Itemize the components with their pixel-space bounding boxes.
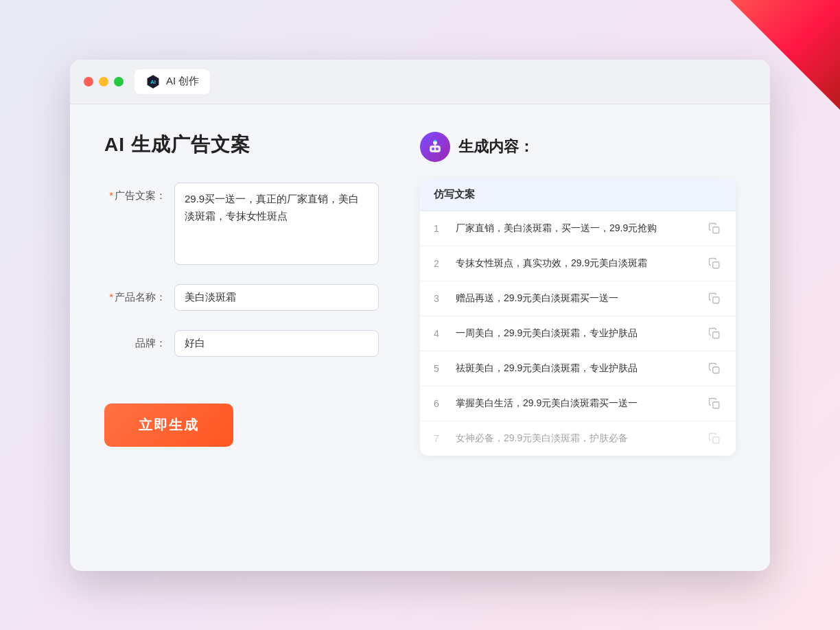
table-row: 5 祛斑美白，29.9元美白淡斑霜，专业护肤品 xyxy=(420,351,736,386)
table-row: 6 掌握美白生活，29.9元美白淡斑霜买一送一 xyxy=(420,386,736,421)
page-title: AI 生成广告文案 xyxy=(104,132,379,158)
content-area: AI 生成广告文案 *广告文案： 29.9买一送一，真正的厂家直销，美白淡斑霜，… xyxy=(70,104,770,571)
ad-copy-group: *广告文案： 29.9买一送一，真正的厂家直销，美白淡斑霜，专抹女性斑点 xyxy=(104,183,379,265)
copy-icon-5[interactable] xyxy=(707,361,722,376)
table-row: 1 厂家直销，美白淡斑霜，买一送一，29.9元抢购 xyxy=(420,211,736,246)
result-title: 生成内容： xyxy=(458,137,534,157)
required-star-1: * xyxy=(109,189,113,201)
table-header: 仿写文案 xyxy=(420,178,736,211)
row-num: 4 xyxy=(434,328,447,339)
row-text: 赠品再送，29.9元美白淡斑霜买一送一 xyxy=(456,291,699,305)
copy-icon-2[interactable] xyxy=(707,256,722,271)
row-text: 祛斑美白，29.9元美白淡斑霜，专业护肤品 xyxy=(456,361,699,375)
svg-point-7 xyxy=(434,139,436,141)
result-header: 生成内容： xyxy=(420,132,736,162)
table-row: 7 女神必备，29.9元美白淡斑霜，护肤必备 xyxy=(420,421,736,456)
tab-label: AI 创作 xyxy=(166,75,199,88)
product-name-group: *产品名称： xyxy=(104,284,379,311)
copy-icon-1[interactable] xyxy=(707,221,722,236)
row-text: 掌握美白生活，29.9元美白淡斑霜买一送一 xyxy=(456,396,699,410)
copy-icon-6[interactable] xyxy=(707,396,722,411)
minimize-button[interactable] xyxy=(99,77,108,86)
right-panel: 生成内容： 仿写文案 1 厂家直销，美白淡斑霜，买一送一，29.9元抢购 2 专… xyxy=(420,132,736,537)
table-row: 3 赠品再送，29.9元美白淡斑霜买一送一 xyxy=(420,281,736,316)
product-name-label: *产品名称： xyxy=(104,284,166,304)
row-num: 6 xyxy=(434,398,447,409)
ai-tab[interactable]: AI AI 创作 xyxy=(135,69,210,94)
row-text: 厂家直销，美白淡斑霜，买一送一，29.9元抢购 xyxy=(456,221,699,235)
row-num: 2 xyxy=(434,258,447,269)
row-num: 3 xyxy=(434,293,447,304)
row-text: 专抹女性斑点，真实功效，29.9元美白淡斑霜 xyxy=(456,256,699,270)
product-name-input[interactable] xyxy=(174,284,379,311)
svg-point-5 xyxy=(436,148,439,150)
result-table: 仿写文案 1 厂家直销，美白淡斑霜，买一送一，29.9元抢购 2 专抹女性斑点，… xyxy=(420,178,736,456)
copy-icon-3[interactable] xyxy=(707,291,722,306)
brand-input[interactable] xyxy=(174,330,379,357)
svg-rect-14 xyxy=(713,436,719,443)
robot-icon xyxy=(426,138,444,156)
svg-rect-8 xyxy=(713,226,719,233)
required-star-2: * xyxy=(109,291,113,303)
svg-rect-12 xyxy=(713,366,719,373)
table-row: 4 一周美白，29.9元美白淡斑霜，专业护肤品 xyxy=(420,316,736,351)
svg-text:AI: AI xyxy=(150,79,156,85)
svg-rect-9 xyxy=(713,261,719,268)
ai-tab-icon: AI xyxy=(145,74,161,89)
robot-icon-wrap xyxy=(420,132,450,162)
svg-rect-3 xyxy=(430,145,441,152)
svg-rect-10 xyxy=(713,296,719,303)
close-button[interactable] xyxy=(84,77,93,86)
svg-rect-13 xyxy=(713,401,719,408)
left-panel: AI 生成广告文案 *广告文案： 29.9买一送一，真正的厂家直销，美白淡斑霜，… xyxy=(104,132,379,537)
maximize-button[interactable] xyxy=(114,77,124,86)
table-row: 2 专抹女性斑点，真实功效，29.9元美白淡斑霜 xyxy=(420,246,736,281)
brand-group: 品牌： xyxy=(104,330,379,357)
generate-button[interactable]: 立即生成 xyxy=(104,404,233,447)
browser-window: AI AI 创作 AI 生成广告文案 *广告文案： 29.9买一送一，真正的厂家… xyxy=(70,60,770,571)
row-text: 女神必备，29.9元美白淡斑霜，护肤必备 xyxy=(456,431,699,445)
row-num: 7 xyxy=(434,433,447,444)
brand-label: 品牌： xyxy=(104,330,166,350)
traffic-lights xyxy=(84,77,124,86)
copy-icon-4[interactable] xyxy=(707,326,722,341)
svg-point-4 xyxy=(432,148,434,150)
title-bar: AI AI 创作 xyxy=(70,60,770,104)
row-text: 一周美白，29.9元美白淡斑霜，专业护肤品 xyxy=(456,326,699,340)
row-num: 1 xyxy=(434,223,447,234)
ad-copy-textarea[interactable]: 29.9买一送一，真正的厂家直销，美白淡斑霜，专抹女性斑点 xyxy=(174,183,379,265)
svg-rect-11 xyxy=(713,331,719,338)
copy-icon-7[interactable] xyxy=(707,431,722,446)
row-num: 5 xyxy=(434,363,447,374)
ad-copy-label: *广告文案： xyxy=(104,183,166,202)
